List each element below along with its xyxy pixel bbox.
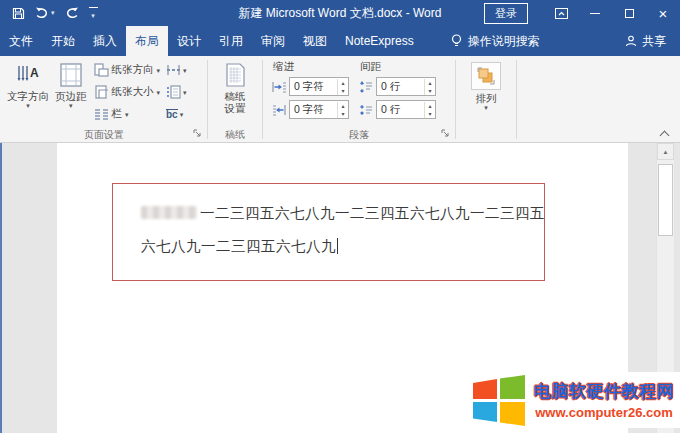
indent-left-spinbox: ▴▾ [289, 77, 349, 96]
page-border-box: 一二三四五六七八九一二三四五六七八九一二三四五 六七八九一二三四五六七八九 [112, 183, 545, 281]
page-setup-dialog-launcher[interactable] [193, 129, 204, 140]
arrange-button[interactable]: 排列 ▾ [468, 59, 504, 112]
paper-size-icon [94, 85, 109, 99]
arrange-icon [471, 62, 501, 90]
indent-right-spinbox: ▴▾ [289, 100, 349, 119]
space-before-down[interactable]: ▾ [425, 87, 435, 95]
save-icon[interactable] [12, 7, 25, 20]
space-before-spinbox: ▴▾ [376, 77, 436, 96]
orientation-button[interactable]: 纸张方向 ▾ [92, 59, 163, 81]
person-icon [625, 35, 637, 47]
tab-insert[interactable]: 插入 [84, 26, 126, 56]
undo-dropdown-caret[interactable]: ▾ [51, 9, 55, 17]
page-setup-medium-column: 纸张方向 ▾ 纸张大小 ▾ 栏 [92, 59, 163, 125]
text-direction-icon: A [16, 62, 40, 88]
space-before-input[interactable] [377, 81, 424, 93]
minimize-button[interactable] [578, 0, 612, 26]
space-after-up[interactable]: ▴ [425, 102, 435, 110]
text-cursor [337, 238, 338, 254]
hyphenation-button[interactable]: bc ▾ [164, 103, 189, 125]
hyphenation-icon: bc [166, 109, 178, 120]
scrollbar-up-arrow[interactable]: ▲ [657, 143, 674, 160]
indent-left-down[interactable]: ▾ [338, 87, 348, 95]
text-direction-button[interactable]: A 文字方向 ▾ [4, 59, 52, 110]
tab-references[interactable]: 引用 [210, 26, 252, 56]
line-numbers-button[interactable]: ▾ [164, 81, 189, 103]
indent-label: 缩进 [273, 60, 349, 74]
redo-button[interactable] [65, 7, 79, 19]
tab-view[interactable]: 视图 [294, 26, 336, 56]
watermark-site-name: 电脑软硬件教程网 [534, 380, 674, 403]
undo-button[interactable]: ▾ [35, 7, 55, 19]
sign-in-button[interactable]: 登录 [484, 3, 528, 24]
space-before-icon [359, 81, 373, 93]
scrollbar-thumb[interactable] [658, 164, 673, 236]
text-line-2: 六七八九一二三四五六七八九 [141, 230, 530, 263]
close-button[interactable]: × [646, 0, 680, 26]
word-window: ▾ ▾ 新建 Microsoft Word 文档.docx - Word 登录 … [0, 0, 680, 433]
tell-me-search[interactable]: 操作说明搜索 [443, 26, 548, 56]
group-manuscript: 稿纸 设置 稿纸 [209, 57, 261, 142]
tab-noteexpress[interactable]: NoteExpress [336, 26, 423, 56]
indent-right-input[interactable] [290, 104, 337, 116]
ribbon-display-options-button[interactable] [544, 0, 578, 26]
indent-right-up[interactable]: ▴ [338, 102, 348, 110]
indent-column: 缩进 ▴▾ [272, 60, 349, 123]
tab-review[interactable]: 审阅 [252, 26, 294, 56]
space-after-down[interactable]: ▾ [425, 110, 435, 118]
quick-access-toolbar: ▾ ▾ [0, 7, 98, 20]
indent-left-icon [272, 81, 286, 93]
indent-left-input[interactable] [290, 81, 337, 93]
indent-right-icon [272, 104, 286, 116]
group-divider [455, 60, 456, 139]
tab-design[interactable]: 设计 [168, 26, 210, 56]
title-bar: ▾ ▾ 新建 Microsoft Word 文档.docx - Word 登录 … [0, 0, 680, 26]
customize-quick-access-button[interactable]: ▾ [89, 7, 98, 20]
windows-logo-icon [471, 374, 527, 426]
tab-file[interactable]: 文件 [0, 26, 42, 56]
tell-me-label: 操作说明搜索 [468, 33, 540, 50]
space-before-up[interactable]: ▴ [425, 79, 435, 87]
spacing-column: 间距 ▴▾ [359, 60, 436, 123]
maximize-button[interactable] [612, 0, 646, 26]
document-area: 一二三四五六七八九一二三四五六七八九一二三四五 六七八九一二三四五六七八九 ▲ [0, 143, 680, 433]
redacted-text-blur [141, 206, 197, 219]
spacing-label: 间距 [360, 60, 436, 74]
group-divider [516, 60, 517, 139]
collapse-ribbon-button[interactable] [658, 129, 670, 139]
tab-layout[interactable]: 布局 [126, 26, 168, 56]
watermark-site-url: www.computer26.com [535, 405, 673, 420]
page-setup-group-label: 页面设置 [84, 128, 124, 142]
margins-button[interactable]: 页边距 ▾ [52, 59, 90, 110]
grid-paper-icon [225, 62, 245, 88]
columns-button[interactable]: 栏 ▾ [92, 103, 163, 125]
paragraph-group-label: 段落 [349, 128, 369, 142]
indent-right-down[interactable]: ▾ [338, 110, 348, 118]
line-numbers-icon [166, 85, 181, 99]
breaks-button[interactable]: ▾ [164, 59, 189, 81]
svg-text:A: A [30, 66, 39, 80]
space-after-icon [359, 104, 373, 116]
tab-home[interactable]: 开始 [42, 26, 84, 56]
group-paragraph: 缩进 ▴▾ [264, 57, 454, 142]
space-after-input[interactable] [377, 104, 424, 116]
lightbulb-icon [451, 34, 462, 48]
titlebar-right: 登录 × [484, 0, 680, 26]
paper-size-button[interactable]: 纸张大小 ▾ [92, 81, 163, 103]
share-button[interactable]: 共享 [625, 26, 680, 56]
site-watermark: 电脑软硬件教程网 www.computer26.com [461, 372, 680, 428]
group-divider [262, 60, 263, 139]
paragraph-dialog-launcher[interactable] [441, 129, 452, 140]
group-arrange: 排列 ▾ [457, 57, 515, 142]
manuscript-group-label: 稿纸 [225, 128, 245, 142]
indent-left-up[interactable]: ▴ [338, 79, 348, 87]
share-label: 共享 [642, 33, 666, 50]
ribbon-tab-bar: 文件 开始 插入 布局 设计 引用 审阅 视图 NoteExpress 操作说明… [0, 26, 680, 56]
ribbon: A 文字方向 ▾ 页边距 ▾ [0, 56, 680, 143]
margins-icon [60, 62, 82, 88]
page-setup-small-column: ▾ ▾ bc ▾ [164, 59, 189, 125]
grid-settings-button[interactable]: 稿纸 设置 [222, 59, 249, 115]
columns-icon [94, 108, 109, 120]
space-after-spinbox: ▴▾ [376, 100, 436, 119]
orientation-icon [94, 63, 109, 77]
